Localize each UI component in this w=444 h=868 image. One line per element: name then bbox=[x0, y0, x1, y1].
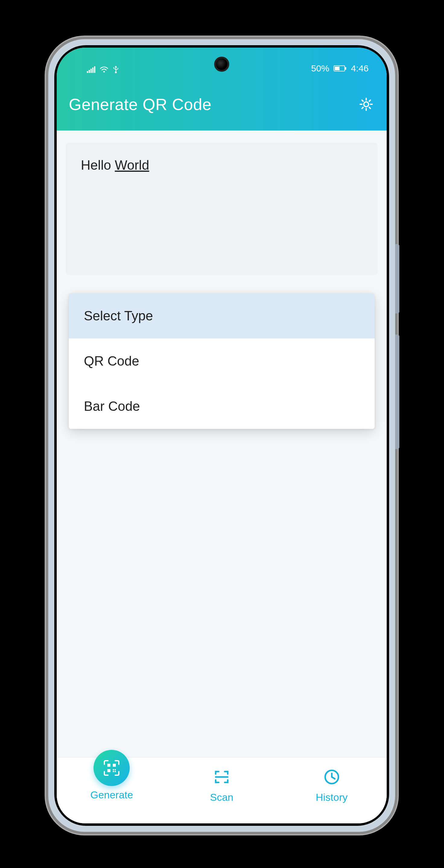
side-button bbox=[395, 244, 399, 313]
dropdown-option-label: Bar Code bbox=[84, 399, 140, 413]
signal-icon bbox=[87, 66, 95, 73]
svg-rect-16 bbox=[113, 771, 114, 772]
dropdown-placeholder[interactable]: Select Type bbox=[69, 293, 375, 338]
type-dropdown[interactable]: Select Type QR Code Bar Code bbox=[69, 293, 375, 429]
usb-icon bbox=[113, 66, 119, 73]
screen: 50% 4:46 Generate QR Code bbox=[57, 48, 387, 824]
main-content: Hello World Select Type QR Code Bar Code bbox=[57, 130, 387, 757]
dropdown-option-qr[interactable]: QR Code bbox=[69, 338, 375, 384]
svg-rect-2 bbox=[90, 69, 92, 73]
app-bar: Generate QR Code bbox=[57, 78, 387, 130]
text-input[interactable]: Hello World bbox=[66, 143, 378, 275]
wifi-icon bbox=[99, 66, 109, 73]
svg-rect-3 bbox=[92, 67, 93, 73]
svg-point-10 bbox=[364, 102, 368, 107]
svg-point-5 bbox=[103, 71, 105, 73]
text-input-part2: World bbox=[115, 158, 149, 173]
battery-percent: 50% bbox=[311, 63, 329, 73]
gear-icon bbox=[359, 97, 374, 112]
nav-history[interactable]: History bbox=[277, 766, 386, 803]
svg-rect-8 bbox=[345, 67, 346, 70]
bottom-nav: Generate Scan Hist bbox=[57, 757, 387, 824]
svg-rect-11 bbox=[108, 764, 110, 767]
nav-scan-label: Scan bbox=[210, 792, 233, 803]
phone-bezel: 50% 4:46 Generate QR Code bbox=[54, 45, 389, 826]
svg-rect-17 bbox=[115, 771, 116, 772]
svg-rect-12 bbox=[113, 764, 116, 767]
dropdown-option-label: QR Code bbox=[84, 353, 139, 368]
page-title: Generate QR Code bbox=[69, 95, 211, 114]
clock-text: 4:46 bbox=[351, 63, 368, 73]
svg-point-6 bbox=[115, 71, 117, 73]
side-button bbox=[395, 335, 399, 449]
svg-rect-14 bbox=[113, 769, 114, 770]
svg-rect-0 bbox=[87, 71, 88, 73]
clock-icon bbox=[323, 769, 340, 785]
svg-rect-13 bbox=[108, 769, 110, 772]
dropdown-placeholder-label: Select Type bbox=[84, 308, 153, 323]
nav-generate[interactable]: Generate bbox=[57, 768, 166, 801]
settings-button[interactable] bbox=[358, 96, 375, 113]
nav-scan[interactable]: Scan bbox=[167, 766, 276, 803]
status-right: 50% 4:46 bbox=[311, 63, 368, 73]
svg-rect-1 bbox=[89, 70, 90, 73]
status-left bbox=[87, 66, 119, 73]
svg-rect-9 bbox=[335, 67, 339, 70]
svg-rect-15 bbox=[115, 769, 116, 770]
battery-icon bbox=[334, 65, 347, 72]
front-camera bbox=[214, 57, 229, 72]
scan-icon bbox=[213, 768, 231, 786]
generate-fab[interactable] bbox=[93, 750, 130, 786]
qr-icon bbox=[102, 759, 121, 777]
nav-generate-label: Generate bbox=[90, 789, 133, 801]
phone-frame: 50% 4:46 Generate QR Code bbox=[48, 39, 395, 832]
svg-rect-4 bbox=[94, 66, 95, 73]
nav-history-label: History bbox=[316, 792, 348, 803]
dropdown-option-barcode[interactable]: Bar Code bbox=[69, 384, 375, 429]
text-input-part1: Hello bbox=[81, 158, 115, 173]
